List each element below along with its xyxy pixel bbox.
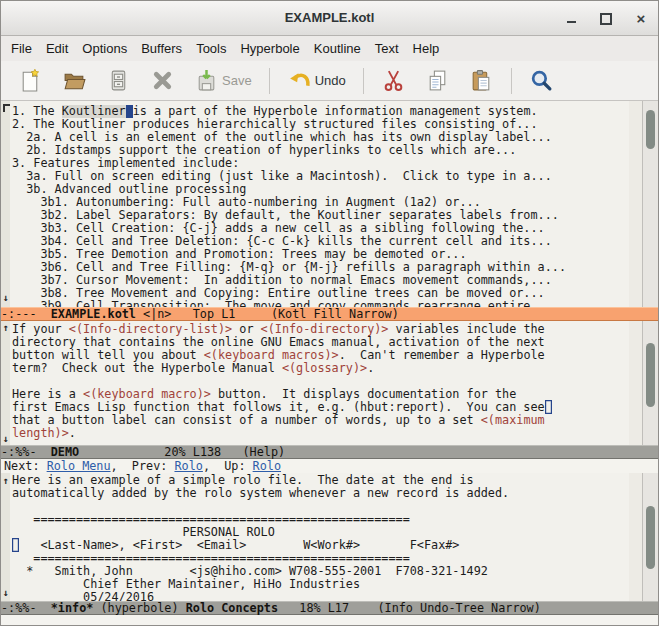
- text-segment: .: [367, 361, 374, 375]
- text-segment: 18% L17 (Info Undo-Tree Narrow): [278, 601, 541, 615]
- menu-item-file[interactable]: File: [4, 38, 39, 59]
- text-segment: -:---: [1, 307, 51, 321]
- open-folder-icon: [62, 68, 87, 93]
- open-folder-button[interactable]: [57, 66, 92, 95]
- text-segment: 3b1. Autonumbering: Full auto-numbering …: [12, 195, 481, 209]
- new-file-icon: [18, 68, 43, 93]
- demo-window: ↑ ↓ If your <(Info-directory-list)> or <…: [1, 321, 658, 445]
- paste-icon: [469, 68, 494, 93]
- info-text[interactable]: Here is an example of a simple rolo file…: [10, 474, 629, 601]
- maximize-button[interactable]: [599, 12, 613, 26]
- text-line: length)>.: [12, 427, 629, 440]
- menu-item-edit[interactable]: Edit: [39, 38, 75, 59]
- up-arrow-icon: ↑: [1, 322, 10, 333]
- text-segment: first Emacs Lisp function that follows i…: [12, 400, 545, 414]
- hollow-cursor: [545, 400, 552, 414]
- text-line: 3b9. Cell Transposition: The move and co…: [12, 300, 629, 307]
- text-line: term? Check out the Hyperbole Manual <(g…: [12, 362, 629, 375]
- undo-label: Undo: [315, 73, 346, 88]
- left-fringe: ↓: [1, 101, 10, 307]
- cut-button[interactable]: [376, 66, 411, 95]
- toolbar-separator: [511, 68, 512, 94]
- scrollbar-track[interactable]: [642, 473, 658, 601]
- search-button[interactable]: [524, 66, 559, 95]
- koutline-window: ↓ 1. The Koutliner is a part of the Hype…: [1, 101, 658, 307]
- text-segment: 2. The Koutliner produces hierarchically…: [12, 117, 538, 131]
- bold-text: EXAMPLE.kotl: [51, 307, 136, 321]
- toolbar-separator: [269, 68, 270, 94]
- text-segment: Here is a: [12, 387, 83, 401]
- title-bar: EXAMPLE.kotl ×: [1, 1, 658, 36]
- hyperbole-button[interactable]: <(glossary)>: [282, 361, 367, 375]
- text-segment: 20% L138 (Help): [79, 445, 285, 459]
- text-segment: Chief Ether Maintainer, HiHo Industries: [12, 577, 360, 591]
- scrollbar-thumb[interactable]: [646, 506, 655, 569]
- hyperbole-button[interactable]: <(maximum: [481, 413, 545, 427]
- text-segment: button will tell you about: [12, 348, 204, 362]
- toolbar-separator: [363, 68, 364, 94]
- down-arrow-icon: ↓: [1, 587, 10, 598]
- menu-item-help[interactable]: Help: [406, 38, 447, 59]
- text-segment: <|n> Top L1 (Kotl Fill Narrow): [136, 307, 399, 321]
- text-segment: that a button label can consist of a num…: [12, 413, 481, 427]
- save-icon: [194, 68, 219, 93]
- info-link[interactable]: Rolo: [174, 459, 202, 473]
- text-segment: automatically added by the rolo system w…: [12, 486, 509, 500]
- menu-item-hyperbole[interactable]: Hyperbole: [233, 38, 306, 59]
- koutline-text[interactable]: 1. The Koutliner is a part of the Hyperb…: [10, 105, 629, 307]
- menu-item-text[interactable]: Text: [368, 38, 406, 59]
- text-segment: 3b6. Cell and Tree Filling: {M-q} or {M-…: [12, 260, 566, 274]
- text-segment: (hyperbole): [93, 601, 185, 615]
- hyperbole-button[interactable]: length)>: [12, 426, 69, 440]
- save-label: Save: [222, 73, 252, 88]
- demo-text[interactable]: If your <(Info-directory-list)> or <(Inf…: [10, 323, 629, 440]
- text-segment: ========================================…: [12, 551, 410, 565]
- kill-buffer-icon: [150, 68, 175, 93]
- text-segment: .: [69, 426, 76, 440]
- menu-item-koutline[interactable]: Koutline: [307, 38, 368, 59]
- text-segment: 3b3. Cell Creation: {C-j} adds a new cel…: [12, 221, 545, 235]
- info-link[interactable]: Rolo: [253, 459, 281, 473]
- left-fringe: ↑ ↓: [1, 473, 10, 601]
- echo-area: [1, 615, 658, 626]
- menu-item-options[interactable]: Options: [75, 38, 134, 59]
- close-button[interactable]: ×: [634, 12, 648, 26]
- new-file-button[interactable]: [13, 66, 48, 95]
- text-segment: 3b7. Cursor Movement: In addition to nor…: [12, 273, 552, 287]
- window-controls: ×: [564, 1, 648, 36]
- text-line: automatically added by the rolo system w…: [12, 487, 629, 500]
- cut-icon: [381, 68, 406, 93]
- right-fringe: [629, 321, 642, 445]
- kill-buffer-button[interactable]: [145, 66, 180, 95]
- text-segment: directory that contains the online GNU E…: [12, 335, 545, 349]
- bold-text: Rolo Concepts: [186, 601, 278, 615]
- info-link[interactable]: Rolo Menu: [47, 459, 111, 473]
- copy-button[interactable]: [420, 66, 455, 95]
- minimize-button[interactable]: [564, 12, 578, 26]
- menu-item-buffers[interactable]: Buffers: [134, 38, 189, 59]
- modeline-info: -:%%- *info* (hyperbole) Rolo Concepts 1…: [1, 601, 658, 615]
- text-segment: 2b. Idstamps support the creation of hyp…: [12, 143, 516, 157]
- hyperbole-button[interactable]: <(keyboard macros)>: [204, 348, 339, 362]
- menu-bar: FileEditOptionsBuffersToolsHyperboleKout…: [1, 36, 658, 61]
- text-segment: Next:: [4, 459, 47, 473]
- text-segment: -:%%-: [1, 445, 51, 459]
- text-segment: -:%%-: [1, 601, 51, 615]
- file-cabinet-icon: [106, 68, 131, 93]
- file-cabinet-button[interactable]: [101, 66, 136, 95]
- scrollbar-thumb[interactable]: [646, 343, 655, 407]
- scrollbar-thumb[interactable]: [646, 110, 655, 149]
- text-segment: term? Check out the Hyperbole Manual: [12, 361, 282, 375]
- modeline-demo: -:%%- DEMO 20% L138 (Help): [1, 445, 658, 459]
- scrollbar-track[interactable]: [642, 321, 658, 445]
- toolbar: SaveUndo: [1, 61, 658, 101]
- scrollbar-track[interactable]: [642, 101, 658, 307]
- paste-button[interactable]: [464, 66, 499, 95]
- undo-button[interactable]: Undo: [282, 66, 351, 95]
- save-button[interactable]: Save: [189, 66, 257, 95]
- text-segment: 3b9. Cell Transposition: The move and co…: [12, 299, 552, 307]
- hyperbole-button[interactable]: <(keyboard macro)>: [83, 387, 211, 401]
- text-line: 05/24/2016: [12, 591, 629, 601]
- text-segment: 3b. Advanced outline processing: [12, 182, 246, 196]
- menu-item-tools[interactable]: Tools: [189, 38, 233, 59]
